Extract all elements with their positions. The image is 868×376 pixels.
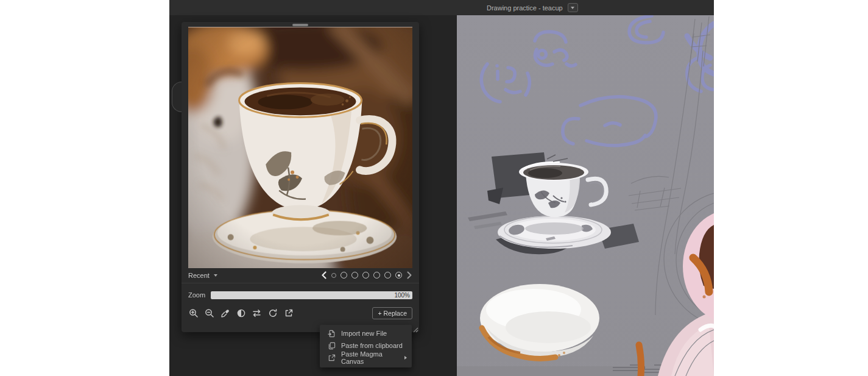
zoom-out-icon[interactable] xyxy=(204,308,214,319)
zoom-value: 100% xyxy=(394,291,410,299)
menu-item-label: Import new File xyxy=(341,330,387,337)
source-row: Recent xyxy=(188,269,412,282)
zoom-label: Zoom xyxy=(188,291,211,299)
screenshot-page: Drawing practice - teacup xyxy=(0,0,868,376)
pagination-dots xyxy=(331,272,402,278)
panel-divider xyxy=(182,283,419,283)
pagination xyxy=(321,271,412,279)
prev-page-button[interactable] xyxy=(321,271,327,279)
reference-photo-art xyxy=(188,27,412,268)
canvas-artwork xyxy=(457,15,714,376)
refresh-icon[interactable] xyxy=(267,308,278,319)
open-external-icon xyxy=(328,354,336,362)
import-file-icon xyxy=(328,330,336,338)
open-external-icon[interactable] xyxy=(283,308,294,319)
source-selector[interactable]: Recent xyxy=(188,272,217,279)
page-dot[interactable] xyxy=(362,272,369,278)
source-selector-label: Recent xyxy=(188,272,210,279)
chevron-down-icon xyxy=(571,7,574,9)
page-dot[interactable] xyxy=(373,272,380,278)
page-dot[interactable] xyxy=(395,272,402,278)
page-dot[interactable] xyxy=(340,272,347,278)
reference-toolbar: + Replace xyxy=(188,307,412,320)
chevron-down-icon xyxy=(214,274,217,277)
reference-panel: Recent Zoom 100% xyxy=(182,22,419,332)
replace-button[interactable]: + Replace xyxy=(372,307,412,319)
swap-horizontal-icon[interactable] xyxy=(252,308,262,319)
import-context-menu: Import new File Paste from clipboard Pas… xyxy=(320,325,412,367)
contrast-icon[interactable] xyxy=(236,308,246,319)
menu-item-paste-magma-canvas[interactable]: Paste Magma Canvas xyxy=(320,352,412,364)
panel-resize-handle[interactable] xyxy=(412,324,418,330)
reference-image[interactable] xyxy=(188,27,412,268)
plate-painting xyxy=(480,284,599,358)
document-title: Drawing practice - teacup xyxy=(487,4,563,12)
zoom-slider[interactable]: 100% xyxy=(211,291,412,299)
clipboard-icon xyxy=(328,342,336,350)
document-title-group: Drawing practice - teacup xyxy=(487,0,578,15)
page-dot[interactable] xyxy=(384,272,391,278)
top-bar: Drawing practice - teacup xyxy=(169,0,714,15)
panel-drag-handle[interactable] xyxy=(292,24,308,26)
page-dot[interactable] xyxy=(331,273,336,278)
title-dropdown-button[interactable] xyxy=(568,3,578,12)
drawing-canvas[interactable] xyxy=(457,15,714,376)
next-page-button[interactable] xyxy=(406,271,412,279)
drawing-app-window: Drawing practice - teacup xyxy=(169,0,714,376)
menu-item-paste-from-clipboard[interactable]: Paste from clipboard xyxy=(320,339,412,352)
submenu-arrow-icon xyxy=(404,356,407,360)
menu-item-label: Paste from clipboard xyxy=(341,342,403,349)
page-dot[interactable] xyxy=(351,272,358,278)
panel-collapse-tab[interactable] xyxy=(172,82,182,112)
zoom-row: Zoom 100% xyxy=(188,291,412,299)
zoom-in-icon[interactable] xyxy=(188,308,199,319)
menu-item-label: Paste Magma Canvas xyxy=(341,350,399,365)
eyedropper-icon[interactable] xyxy=(220,308,230,319)
menu-item-import-new-file[interactable]: Import new File xyxy=(320,327,412,339)
